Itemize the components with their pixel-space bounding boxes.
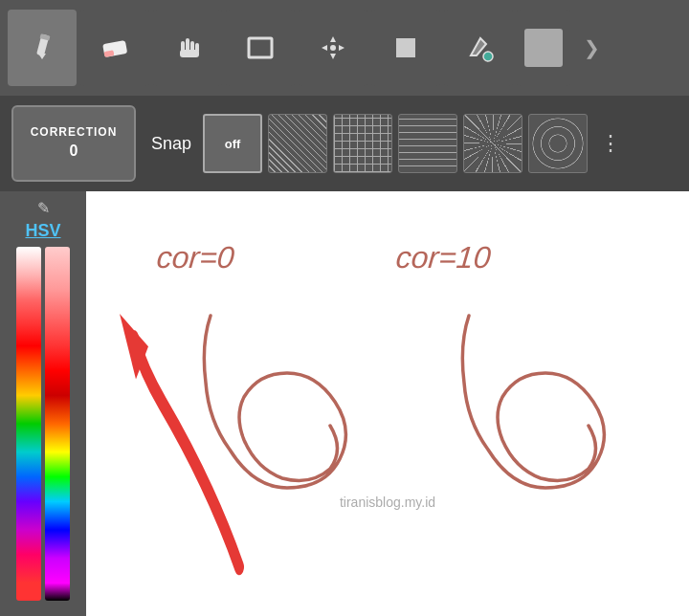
- snap-off-label: off: [225, 137, 241, 151]
- canvas-svg: cor=0 cor=10 tiranisblog.my.id: [86, 191, 689, 616]
- svg-rect-5: [186, 38, 189, 52]
- pencil-tool-button[interactable]: [8, 10, 77, 86]
- chevron-right-icon: ❯: [584, 36, 600, 59]
- svg-marker-14: [339, 45, 344, 51]
- svg-marker-13: [322, 45, 327, 51]
- snap-label: Snap: [151, 134, 191, 154]
- snap-fan-button[interactable]: [463, 114, 522, 173]
- side-panel: ✎ HSV: [0, 191, 86, 616]
- color-sliders: [16, 247, 70, 601]
- snap-horizontal-button[interactable]: [398, 114, 457, 173]
- snap-horiz-pattern: [399, 115, 456, 172]
- snap-diagonal-pattern: [269, 115, 326, 172]
- move-tool-button[interactable]: [299, 10, 367, 86]
- svg-point-15: [330, 45, 336, 51]
- eraser-tool-button[interactable]: [80, 10, 149, 86]
- pen-small-icon: ✎: [37, 199, 50, 217]
- hand-tool-button[interactable]: [153, 10, 222, 86]
- main-toolbar: ❯: [0, 0, 689, 96]
- fill-tool-button[interactable]: [371, 10, 440, 86]
- svg-marker-11: [330, 36, 336, 42]
- svg-text:tiranisblog.my.id: tiranisblog.my.id: [340, 495, 435, 510]
- rectangle-tool-button[interactable]: [226, 10, 295, 86]
- svg-text:cor=0: cor=0: [155, 240, 235, 275]
- main-area: ✎ HSV cor=0 cor=10 tiranisblog.my.id: [0, 191, 689, 616]
- snap-off-button[interactable]: off: [203, 114, 262, 173]
- saturation-slider[interactable]: [45, 247, 70, 601]
- hue-slider[interactable]: [16, 247, 41, 601]
- snap-more-button[interactable]: ⋮: [593, 114, 628, 173]
- snap-circle-button[interactable]: [528, 114, 588, 173]
- svg-point-17: [483, 52, 493, 61]
- paint-bucket-tool-button[interactable]: [444, 10, 513, 86]
- svg-rect-10: [249, 38, 272, 57]
- drawing-canvas[interactable]: cor=0 cor=10 tiranisblog.my.id: [86, 191, 689, 616]
- hsv-mode-label[interactable]: HSV: [25, 221, 60, 241]
- snap-toolbar: CORRECTION 0 Snap off ⋮: [0, 96, 689, 191]
- svg-text:cor=10: cor=10: [394, 240, 492, 275]
- snap-diagonal-button[interactable]: [268, 114, 327, 173]
- correction-button[interactable]: CORRECTION 0: [11, 105, 136, 182]
- correction-value: 0: [70, 141, 78, 162]
- color-swatch-button[interactable]: [517, 10, 570, 86]
- svg-marker-1: [38, 54, 46, 59]
- svg-marker-12: [330, 54, 336, 59]
- snap-grid-button[interactable]: [333, 114, 392, 173]
- svg-rect-9: [180, 50, 199, 57]
- snap-more-icon: ⋮: [600, 131, 621, 156]
- snap-circle-pattern: [529, 115, 587, 172]
- toolbar-expand-button[interactable]: ❯: [574, 10, 609, 86]
- svg-rect-16: [396, 38, 415, 57]
- correction-label: CORRECTION: [31, 124, 118, 141]
- snap-grid-pattern: [334, 115, 391, 172]
- snap-fan-pattern: [464, 115, 522, 172]
